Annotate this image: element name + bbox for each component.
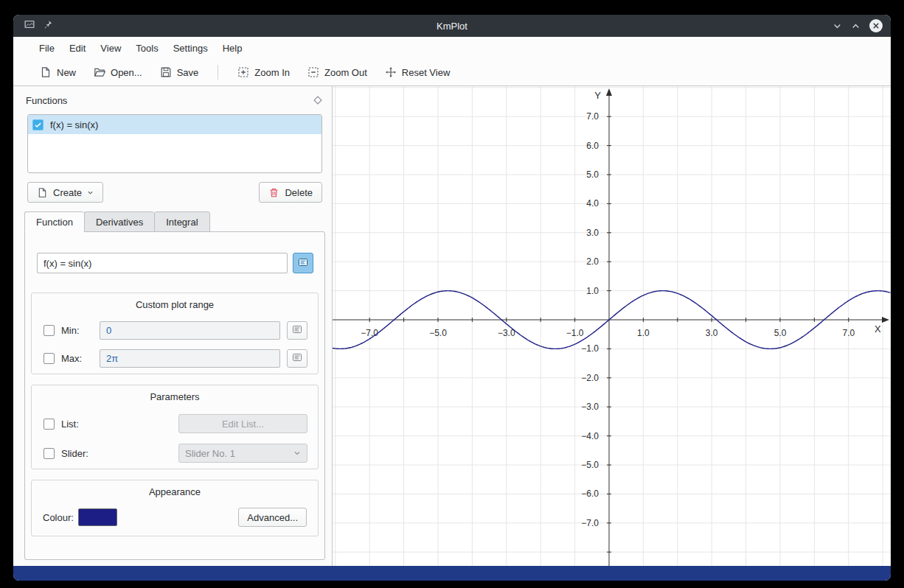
zoom-out-button[interactable]: Zoom Out: [302, 63, 373, 82]
equation-editor-button[interactable]: [293, 253, 313, 273]
functions-dock-title: Functions: [26, 95, 67, 106]
advanced-button[interactable]: Advanced...: [238, 508, 307, 527]
min-input[interactable]: [100, 321, 280, 340]
tab-bar: FunctionDerivativesIntegral: [24, 211, 332, 232]
new-document-button[interactable]: New: [34, 63, 82, 82]
svg-text:7.0: 7.0: [586, 111, 599, 122]
svg-text:4.0: 4.0: [586, 198, 599, 209]
colour-swatch-button[interactable]: [78, 508, 117, 526]
equation-input[interactable]: [37, 253, 288, 273]
function-visible-checkbox[interactable]: [32, 119, 44, 130]
svg-text:−1.0: −1.0: [581, 343, 599, 354]
tab-derivatives[interactable]: Derivatives: [84, 211, 154, 232]
max-input[interactable]: [100, 349, 280, 368]
formula-icon: [291, 323, 303, 337]
reset-view-button[interactable]: Reset View: [379, 63, 456, 82]
slider-select[interactable]: Slider No. 1: [178, 444, 307, 463]
function-tab-panel: Custom plot range Min: Max:: [24, 231, 325, 560]
svg-text:X: X: [875, 323, 881, 335]
parameter-list-row: List: Edit List...: [44, 414, 307, 433]
functions-dock-header[interactable]: Functions: [13, 86, 332, 114]
open-folder-icon: [94, 66, 105, 78]
slider-checkbox[interactable]: [44, 448, 55, 459]
min-checkbox[interactable]: [44, 325, 55, 336]
toolbar-button-label: New: [57, 67, 76, 78]
trash-icon: [268, 187, 279, 198]
svg-text:−7.0: −7.0: [581, 518, 599, 528]
function-list-item[interactable]: f(x) = sin(x): [28, 115, 321, 134]
svg-text:−6.0: −6.0: [581, 489, 599, 499]
toolbar-button-label: Zoom In: [254, 67, 290, 78]
toolbar-separator: [218, 65, 218, 80]
menubar: FileEditViewToolsSettingsHelp: [13, 37, 891, 59]
equation-editor-icon: [297, 256, 309, 270]
colour-label: Colour:: [43, 512, 74, 523]
functions-dock: Functions f(x) = sin(x) Create: [13, 86, 332, 566]
menu-file[interactable]: File: [32, 39, 62, 57]
equation-row: [37, 253, 313, 273]
appearance-title: Appearance: [32, 480, 318, 497]
float-panel-icon[interactable]: [313, 96, 321, 104]
zoom-out-icon: [307, 66, 319, 78]
titlebar[interactable]: KmPlot: [13, 15, 891, 37]
svg-text:−5.0: −5.0: [429, 328, 447, 338]
menu-help[interactable]: Help: [215, 39, 250, 57]
function-list[interactable]: f(x) = sin(x): [27, 114, 322, 173]
svg-text:5.0: 5.0: [586, 169, 599, 180]
create-button[interactable]: Create: [27, 182, 103, 203]
new-document-icon: [40, 66, 52, 78]
toolbar-button-label: Save: [177, 67, 199, 78]
svg-text:−5.0: −5.0: [581, 460, 599, 470]
svg-text:−2.0: −2.0: [581, 373, 599, 383]
parameter-slider-row: Slider: Slider No. 1: [44, 444, 307, 463]
plot-canvas[interactable]: −7.0−5.0−3.0−1.01.03.05.07.07.06.05.04.0…: [332, 86, 891, 566]
svg-text:−1.0: −1.0: [566, 328, 584, 338]
appearance-group: Appearance Colour: Advanced...: [31, 480, 319, 536]
min-label: Min:: [61, 325, 93, 336]
custom-plot-range-group: Custom plot range Min: Max:: [31, 293, 319, 374]
zoom-in-icon: [237, 66, 249, 78]
app-icon[interactable]: [24, 18, 35, 33]
window-title: KmPlot: [13, 21, 891, 32]
kmplot-window: KmPlot FileEditViewToolsSettingsHelp New…: [13, 15, 891, 581]
svg-text:1.0: 1.0: [637, 328, 650, 338]
tab-integral[interactable]: Integral: [154, 211, 209, 232]
svg-text:−3.0: −3.0: [581, 402, 599, 412]
list-label: List:: [61, 419, 172, 430]
svg-text:Y: Y: [594, 90, 601, 101]
open-folder-button[interactable]: Open...: [88, 63, 148, 82]
close-button[interactable]: [869, 18, 883, 33]
menu-edit[interactable]: Edit: [62, 39, 93, 57]
delete-button[interactable]: Delete: [259, 182, 322, 203]
appearance-row: Colour: Advanced...: [43, 508, 307, 527]
min-editor-button[interactable]: [287, 321, 307, 340]
create-button-label: Create: [53, 187, 82, 198]
svg-text:−7.0: −7.0: [361, 328, 378, 338]
new-function-icon: [37, 187, 48, 198]
bottom-strip: [13, 566, 891, 581]
save-button[interactable]: Save: [154, 63, 205, 82]
min-row: Min:: [44, 321, 307, 340]
max-label: Max:: [61, 353, 93, 364]
tab-function[interactable]: Function: [24, 211, 84, 232]
maximize-button[interactable]: [850, 21, 861, 32]
edit-list-button[interactable]: Edit List...: [178, 414, 307, 433]
max-editor-button[interactable]: [287, 349, 307, 368]
save-icon: [160, 66, 172, 78]
svg-text:−4.0: −4.0: [581, 431, 599, 441]
menu-tools[interactable]: Tools: [128, 39, 165, 57]
chevron-down-icon: [293, 448, 301, 459]
list-checkbox[interactable]: [44, 419, 55, 430]
max-checkbox[interactable]: [44, 353, 55, 364]
minimize-button[interactable]: [832, 21, 843, 32]
zoom-in-button[interactable]: Zoom In: [232, 63, 296, 82]
menu-settings[interactable]: Settings: [166, 39, 215, 57]
svg-text:6.0: 6.0: [586, 141, 599, 151]
parameters-title: Parameters: [32, 385, 318, 402]
menu-view[interactable]: View: [93, 39, 128, 57]
slider-label: Slider:: [61, 448, 172, 459]
pin-icon[interactable]: [43, 19, 53, 32]
function-label: f(x) = sin(x): [50, 119, 98, 130]
reset-view-icon: [385, 66, 397, 78]
svg-text:2.0: 2.0: [586, 256, 599, 267]
